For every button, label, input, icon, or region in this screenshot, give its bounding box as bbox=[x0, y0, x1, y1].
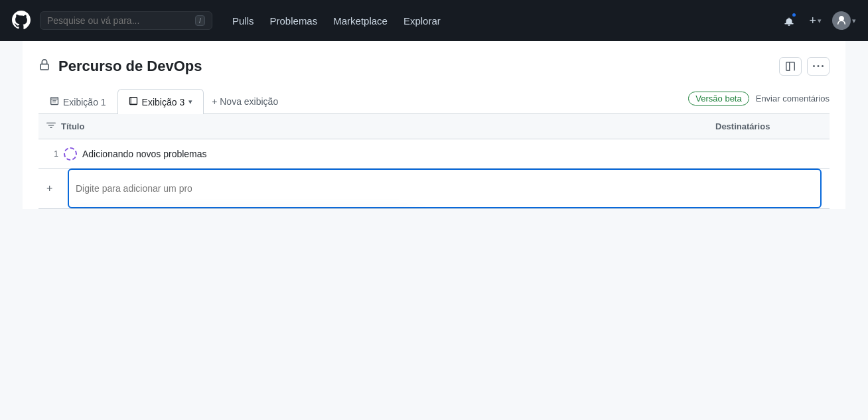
more-options-button[interactable] bbox=[807, 57, 830, 76]
layout-button[interactable] bbox=[779, 57, 802, 76]
search-kbd: / bbox=[195, 15, 205, 26]
new-view-button[interactable]: + Nova exibição bbox=[204, 91, 286, 112]
tab-exibicao3[interactable]: Exibição 3 ▾ bbox=[117, 89, 204, 114]
topbar: / Pulls Problemas Marketplace Explorar +… bbox=[0, 0, 868, 41]
row-title: Adicionando novos problemas bbox=[82, 149, 710, 159]
search-bar[interactable]: / bbox=[40, 11, 212, 30]
tab3-chevron[interactable]: ▾ bbox=[188, 98, 192, 106]
tab1-label: Exibição 1 bbox=[63, 97, 106, 107]
tab-exibicao1[interactable]: Exibição 1 bbox=[38, 89, 117, 114]
project-header: Percurso de DevOps bbox=[38, 57, 830, 76]
main-content: Percurso de DevOps Exibição 1 bbox=[23, 41, 845, 209]
add-item-row: + Adicionar um problema de um repositóri… bbox=[38, 169, 830, 209]
feedback-link[interactable]: Enviar comentários bbox=[756, 94, 830, 104]
nav-marketplace[interactable]: Marketplace bbox=[326, 11, 394, 31]
row-number: 1 bbox=[46, 149, 58, 159]
tab3-label: Exibição 3 bbox=[142, 97, 185, 107]
avatar-chevron: ▾ bbox=[852, 17, 856, 25]
project-header-actions bbox=[779, 57, 830, 76]
beta-badge[interactable]: Versão beta bbox=[688, 92, 749, 105]
col-assignees-header: Destinatários bbox=[715, 121, 822, 131]
tabs-row: Exibição 1 Exibição 3 ▾ + Nova exibição … bbox=[38, 89, 830, 114]
add-input-wrapper[interactable] bbox=[68, 169, 822, 208]
top-nav: Pulls Problemas Marketplace Explorar bbox=[226, 11, 447, 31]
github-logo[interactable] bbox=[11, 9, 32, 33]
issue-status-icon bbox=[64, 147, 77, 161]
table-column-header: Título Destinatários bbox=[38, 114, 830, 139]
notification-dot bbox=[791, 12, 797, 18]
chevron-icon: ▾ bbox=[818, 17, 822, 25]
project-title: Percurso de DevOps bbox=[58, 58, 202, 75]
col-title-header: Título bbox=[61, 121, 710, 131]
filter-icon[interactable] bbox=[46, 121, 56, 132]
user-avatar-button[interactable]: ▾ bbox=[831, 10, 857, 31]
tabs-right: Versão beta Enviar comentários bbox=[688, 92, 830, 111]
add-plus-button[interactable]: + bbox=[46, 182, 62, 194]
notifications-button[interactable] bbox=[778, 10, 800, 31]
tab1-icon bbox=[50, 96, 59, 107]
nav-pulls[interactable]: Pulls bbox=[226, 11, 261, 31]
topbar-actions: + ▾ ▾ bbox=[778, 10, 857, 31]
new-item-button[interactable]: + ▾ bbox=[805, 11, 826, 31]
nav-problems[interactable]: Problemas bbox=[263, 11, 325, 31]
lock-icon bbox=[38, 59, 50, 74]
project-title-row: Percurso de DevOps bbox=[38, 58, 202, 75]
nav-explorar[interactable]: Explorar bbox=[397, 11, 447, 31]
plus-icon: + bbox=[809, 14, 816, 28]
table-row: 1 Adicionando novos problemas bbox=[38, 139, 830, 169]
search-input[interactable] bbox=[47, 15, 190, 26]
tab3-icon bbox=[129, 96, 138, 107]
avatar bbox=[832, 11, 851, 30]
add-item-input[interactable] bbox=[76, 175, 192, 202]
